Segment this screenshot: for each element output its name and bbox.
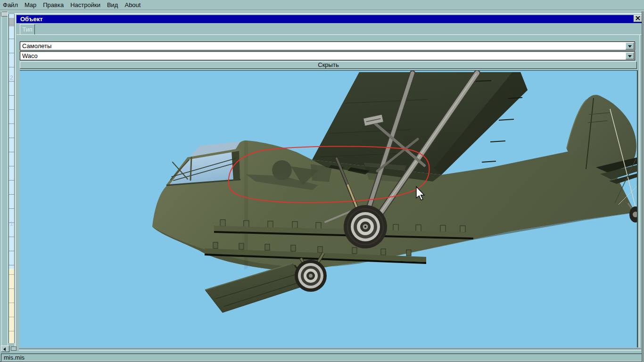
menu-bar: Файл Map Правка Настройки Вид About: [0, 0, 644, 10]
dialog-inner-edge: [639, 34, 640, 348]
category-combobox-value: Самолеты: [22, 42, 51, 50]
background-window-corner-widget: [1, 12, 8, 16]
object-preview-viewport[interactable]: [20, 70, 638, 349]
hide-button[interactable]: Скрыть: [20, 61, 637, 69]
status-filename: mis.mis: [1, 354, 644, 362]
main-wheel: [344, 205, 387, 248]
ruler-label: 1: [10, 221, 13, 227]
menu-item-file[interactable]: Файл: [3, 1, 18, 8]
screen-right-edge: [642, 11, 644, 362]
map-ruler: 2 1: [8, 14, 15, 343]
aircraft-preview-render: [20, 71, 637, 349]
object-dialog: Объект Тип Самолеты Waco Скрыть: [15, 13, 644, 347]
ruler-land-band: [9, 269, 14, 343]
dialog-title-bar[interactable]: Объект: [17, 15, 642, 23]
close-button[interactable]: [634, 15, 642, 22]
object-combobox-button[interactable]: [626, 52, 634, 59]
status-bar: mis.mis: [0, 353, 644, 362]
close-icon: [636, 16, 640, 20]
category-combobox-button[interactable]: [626, 42, 634, 49]
ruler-water-band: [9, 14, 14, 269]
window-frame-line: [1, 11, 2, 353]
horizontal-scrollbar[interactable]: [0, 347, 644, 353]
scrollbar-thumb[interactable]: [11, 346, 17, 351]
category-combobox[interactable]: Самолеты: [20, 41, 635, 50]
menu-item-settings[interactable]: Настройки: [70, 1, 100, 8]
app-screen: Файл Map Правка Настройки Вид About 2 1 …: [0, 0, 644, 362]
menu-item-about[interactable]: About: [124, 1, 140, 8]
tab-page-edge: [17, 34, 644, 35]
menu-divider: [0, 10, 644, 11]
chevron-down-icon: [628, 45, 632, 48]
chevron-down-icon: [628, 55, 632, 58]
menu-item-map[interactable]: Map: [25, 1, 36, 8]
tab-type[interactable]: Тип: [20, 24, 35, 34]
scroll-left-button[interactable]: [1, 346, 9, 352]
ruler-label: 2: [10, 74, 13, 81]
arrow-left-icon: [3, 347, 6, 351]
ruler-top-segment: [9, 18, 14, 26]
object-combobox[interactable]: Waco: [20, 51, 635, 60]
menu-item-view[interactable]: Вид: [107, 1, 118, 8]
menu-item-edit[interactable]: Правка: [43, 1, 64, 8]
scrollbar-track[interactable]: [19, 348, 641, 351]
window-frame-line: [8, 11, 8, 353]
object-combobox-value: Waco: [22, 52, 38, 60]
